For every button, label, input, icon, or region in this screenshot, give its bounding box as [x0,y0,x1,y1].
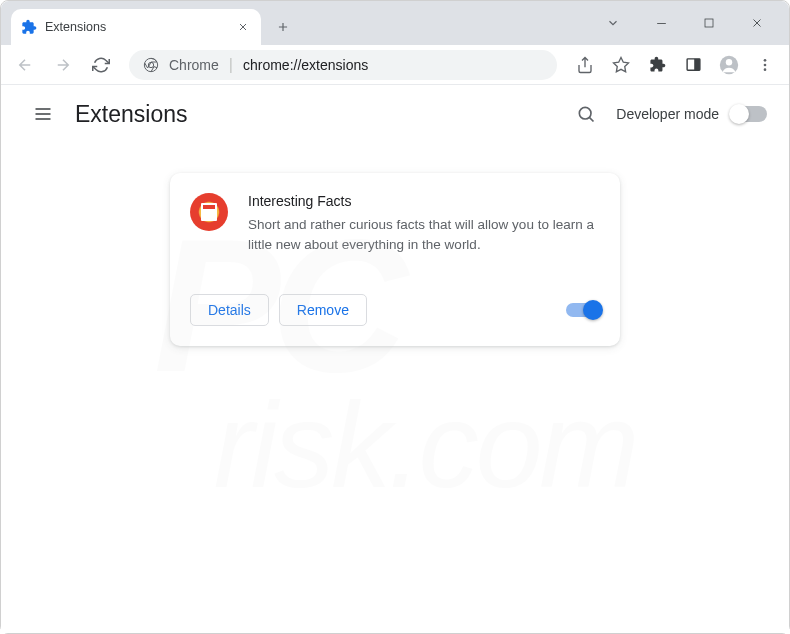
details-button[interactable]: Details [190,294,269,326]
remove-button[interactable]: Remove [279,294,367,326]
title-bar: Extensions [1,1,789,45]
address-bar[interactable]: Chrome | chrome://extensions [129,50,557,80]
svg-rect-4 [694,59,700,70]
bookmark-icon[interactable] [605,49,637,81]
close-window-button[interactable] [743,9,771,37]
extension-description: Short and rather curious facts that will… [248,215,600,256]
developer-mode-toggle[interactable] [731,106,767,122]
share-icon[interactable] [569,49,601,81]
svg-point-7 [764,59,767,62]
address-separator: | [229,56,233,74]
svg-point-6 [726,59,732,65]
hamburger-menu-icon[interactable] [23,94,63,134]
forward-button[interactable] [47,49,79,81]
developer-mode-control: Developer mode [616,106,767,122]
profile-icon[interactable] [713,49,745,81]
address-prefix: Chrome [169,57,219,73]
menu-icon[interactable] [749,49,781,81]
chrome-logo-icon [143,57,159,73]
search-icon[interactable] [566,94,606,134]
side-panel-icon[interactable] [677,49,709,81]
extension-name: Interesting Facts [248,193,600,209]
svg-point-10 [580,107,592,119]
extension-icon [190,193,228,231]
extensions-icon[interactable] [641,49,673,81]
extension-enable-toggle[interactable] [566,303,600,317]
dropdown-icon[interactable] [599,9,627,37]
svg-point-8 [764,63,767,66]
svg-point-9 [764,68,767,71]
page-header: Extensions Developer mode [1,85,789,143]
toolbar: Chrome | chrome://extensions [1,45,789,85]
page-title: Extensions [75,101,566,128]
extension-card: Interesting Facts Short and rather curio… [170,173,620,346]
new-tab-button[interactable] [269,13,297,41]
extensions-page: PC risk.com Extensions Developer mode [1,85,789,633]
tabs-area: Extensions [1,9,599,45]
puzzle-piece-icon [21,19,37,35]
reload-button[interactable] [85,49,117,81]
address-url: chrome://extensions [243,57,543,73]
developer-mode-label: Developer mode [616,106,719,122]
maximize-button[interactable] [695,9,723,37]
svg-rect-0 [705,19,713,27]
close-tab-icon[interactable] [235,19,251,35]
back-button[interactable] [9,49,41,81]
tab-title: Extensions [45,20,235,34]
window-controls [599,1,789,45]
browser-window: Extensions [0,0,790,634]
minimize-button[interactable] [647,9,675,37]
tab-extensions[interactable]: Extensions [11,9,261,45]
content-area: Interesting Facts Short and rather curio… [1,143,789,346]
